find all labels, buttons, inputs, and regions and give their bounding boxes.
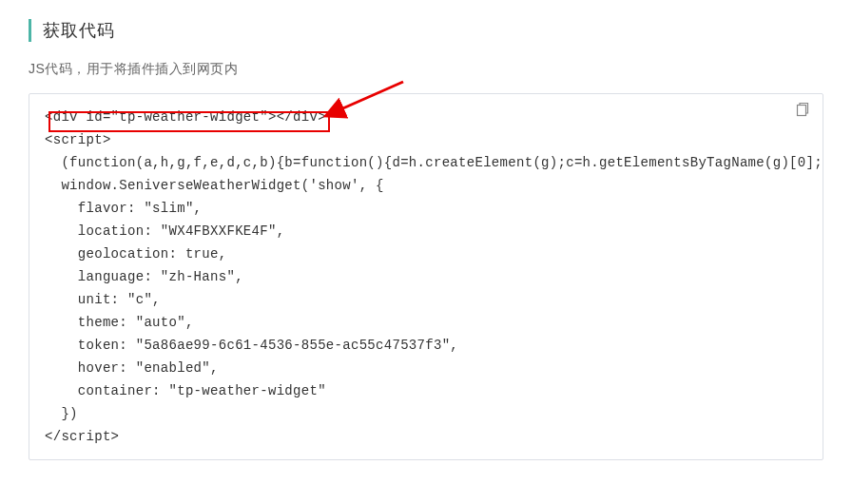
code-box: <div id="tp-weather-widget"></div> <scri… xyxy=(29,93,823,460)
title-container: 获取代码 xyxy=(29,19,823,42)
section-subtitle: JS代码，用于将插件插入到网页内 xyxy=(29,61,823,78)
section-title: 获取代码 xyxy=(43,21,115,40)
copy-icon[interactable] xyxy=(794,102,809,117)
code-section: 获取代码 JS代码，用于将插件插入到网页内 <div id="tp-weathe… xyxy=(0,0,852,460)
svg-rect-0 xyxy=(798,106,806,116)
code-content[interactable]: <div id="tp-weather-widget"></div> <scri… xyxy=(29,94,823,459)
